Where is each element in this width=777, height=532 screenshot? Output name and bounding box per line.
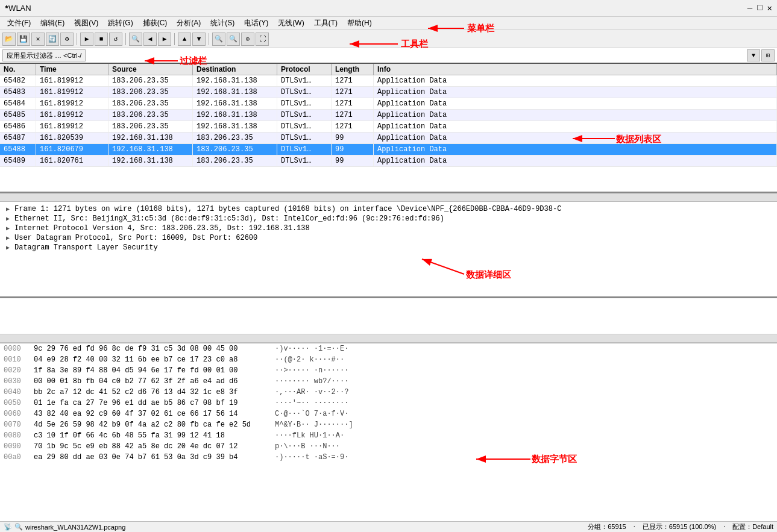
filter-label: 应用显示过滤器 … <Ctrl-/ <box>2 49 86 61</box>
menu-item-tools[interactable]: 工具(T) <box>309 17 342 30</box>
packet-list-area[interactable]: No. Time Source Destination Protocol Len… <box>0 64 777 193</box>
packet-cell-info: Application Data <box>374 110 777 120</box>
detail-expand-icon[interactable]: ▶ <box>4 214 12 223</box>
menu-item-view[interactable]: 视图(V) <box>69 17 103 30</box>
hex-bytes: bb 2c a7 12 dc 41 52 c2 d6 76 13 d4 32 1… <box>34 387 263 397</box>
menu-item-help[interactable]: 帮助(H) <box>342 17 377 30</box>
empty-area <box>0 298 777 334</box>
packet-cell-info: Application Data <box>374 121 777 132</box>
packet-row[interactable]: 65486161.819912183.206.23.35192.168.31.1… <box>0 121 777 133</box>
hex-bytes: 00 00 01 8b fb 04 c0 b2 77 62 3f 2f a6 e… <box>34 377 263 386</box>
minimize-button[interactable]: — <box>747 3 752 13</box>
hex-ascii: p·\···B ···N··· <box>275 442 340 451</box>
hex-row: 009070 1b 9c 5c e9 eb 88 42 a5 8e dc 20 … <box>0 441 777 452</box>
toolbar-reload-button[interactable]: 🔄 <box>46 33 59 46</box>
toolbar-filter-button[interactable]: 🔍 <box>129 33 142 46</box>
status-left: 📡 🔍 wireshark_WLAN31A2W1.pcapng <box>4 523 125 531</box>
hex-bytes: 70 1b 9c 5c e9 eb 88 42 a5 8e dc 20 4e d… <box>34 442 263 451</box>
packet-cell-proto: DTLSv1… <box>277 110 332 120</box>
detail-expand-icon[interactable]: ▶ <box>4 243 12 252</box>
packet-cell-info: Application Data <box>374 144 777 155</box>
detail-row[interactable]: ▶Ethernet II, Src: BeijingX_31:c5:3d (8c… <box>0 214 777 224</box>
packet-row[interactable]: 65484161.819912183.206.23.35192.168.31.1… <box>0 98 777 110</box>
packet-list-header: No. Time Source Destination Protocol Len… <box>0 64 777 75</box>
packet-cell-no: 65483 <box>0 87 36 98</box>
toolbar-open-button[interactable]: 📂 <box>2 33 16 46</box>
hex-row: 00704d 5e 26 59 98 42 b9 0f 4a a2 c2 80 … <box>0 419 777 430</box>
status-profile: 配置：Default <box>732 522 773 531</box>
menu-item-telephony[interactable]: 电话(Y) <box>239 17 273 30</box>
menu-item-capture[interactable]: 捕获(C) <box>138 17 172 30</box>
packet-row[interactable]: 65488161.820679192.168.31.138183.206.23.… <box>0 144 777 155</box>
filter-dropdown-button[interactable]: ▼ <box>747 49 760 61</box>
packet-cell-info: Application Data <box>374 133 777 143</box>
detail-text: Frame 1: 1271 bytes on wire (10168 bits)… <box>14 205 561 213</box>
detail-expand-icon[interactable]: ▶ <box>4 224 12 233</box>
packet-row[interactable]: 65489161.820761192.168.31.138183.206.23.… <box>0 155 777 167</box>
toolbar-down-button[interactable]: ▼ <box>192 33 206 46</box>
toolbar-fullscreen-button[interactable]: ⛶ <box>256 33 269 46</box>
detail-row[interactable]: ▶Internet Protocol Version 4, Src: 183.2… <box>0 224 777 233</box>
detail-row[interactable]: ▶Datagram Transport Layer Security <box>0 243 777 252</box>
hscroll-detail[interactable] <box>0 334 777 343</box>
hex-offset: 0010 <box>4 355 28 365</box>
toolbar-forward-button[interactable]: ▶ <box>158 33 171 46</box>
toolbar-options-button[interactable]: ⚙ <box>60 33 74 46</box>
detail-row[interactable]: ▶Frame 1: 1271 bytes on wire (10168 bits… <box>0 204 777 214</box>
packet-row[interactable]: 65483161.819912183.206.23.35192.168.31.1… <box>0 87 777 98</box>
menu-item-go[interactable]: 跳转(G) <box>103 17 137 30</box>
menu-item-edit[interactable]: 编辑(E) <box>36 17 69 30</box>
detail-text: Datagram Transport Layer Security <box>14 243 158 252</box>
hex-ascii: ·)v····· ·1·=··E· <box>275 344 348 354</box>
packet-cell-len: 99 <box>332 155 374 166</box>
status-packets-total: 分组：65915 <box>588 522 626 531</box>
hex-row: 005001 1e fa ca 27 7e 96 e1 dd ae b5 86 … <box>0 398 777 408</box>
filter-input[interactable] <box>86 49 747 61</box>
toolbar-zoom-reset-button[interactable]: ⊙ <box>241 33 254 46</box>
maximize-button[interactable]: □ <box>757 3 762 13</box>
packet-cell-src: 192.168.31.138 <box>109 155 193 166</box>
detail-expand-icon[interactable]: ▶ <box>4 205 12 213</box>
hex-ascii: ··(@·2· k····#·· <box>275 355 344 365</box>
hex-row: 0040bb 2c a7 12 dc 41 52 c2 d6 76 13 d4 … <box>0 387 777 398</box>
close-button[interactable]: ✕ <box>767 3 772 13</box>
packet-row[interactable]: 65482161.819912183.206.23.35192.168.31.1… <box>0 75 777 87</box>
packet-cell-proto: DTLSv1… <box>277 75 332 86</box>
packet-cell-len: 1271 <box>332 98 374 109</box>
menu-item-statistics[interactable]: 统计(S) <box>206 17 239 30</box>
toolbar: 📂 💾 ✕ 🔄 ⚙ ▶ ■ ↺ 🔍 ◀ ▶ ▲ ▼ 🔍 🔍 ⊙ ⛶ <box>0 30 777 48</box>
toolbar-stop-button[interactable]: ■ <box>95 33 108 46</box>
hex-bytes: 01 1e fa ca 27 7e 96 e1 dd ae b5 86 c7 0… <box>34 398 263 408</box>
packet-cell-info: Application Data <box>374 98 777 109</box>
packet-cell-time: 161.819912 <box>36 75 109 86</box>
menu-item-analyze[interactable]: 分析(A) <box>172 17 206 30</box>
toolbar-close-button[interactable]: ✕ <box>31 33 45 46</box>
detail-expand-icon[interactable]: ▶ <box>4 234 12 242</box>
toolbar-up-button[interactable]: ▲ <box>178 33 191 46</box>
toolbar-back-button[interactable]: ◀ <box>143 33 157 46</box>
packet-detail-area[interactable]: ▶Frame 1: 1271 bytes on wire (10168 bits… <box>0 202 777 298</box>
packet-cell-len: 1271 <box>332 110 374 120</box>
toolbar-start-button[interactable]: ▶ <box>80 33 93 46</box>
menu-item-file[interactable]: 文件(F) <box>2 17 36 30</box>
hex-rows: 00009c 29 76 ed fd 96 8c de f9 31 c5 3d … <box>0 343 777 463</box>
toolbar-zoom-in-button[interactable]: 🔍 <box>212 33 225 46</box>
filter-expand-button[interactable]: ⊞ <box>761 49 775 61</box>
toolbar-restart-button[interactable]: ↺ <box>109 33 122 46</box>
hex-row: 001004 e9 28 f2 40 00 32 11 6b ee b7 ce … <box>0 354 777 365</box>
menu-item-wireless[interactable]: 无线(W) <box>273 17 309 30</box>
packet-cell-no: 65487 <box>0 133 36 143</box>
toolbar-separator-1 <box>77 33 77 45</box>
packet-cell-no: 65484 <box>0 98 36 109</box>
detail-row[interactable]: ▶User Datagram Protocol, Src Port: 16009… <box>0 233 777 243</box>
packet-row[interactable]: 65485161.819912183.206.23.35192.168.31.1… <box>0 110 777 121</box>
toolbar-zoom-out-button[interactable]: 🔍 <box>227 33 240 46</box>
hscroll-packet-list[interactable] <box>0 193 777 202</box>
packet-cell-len: 1271 <box>332 75 374 86</box>
detail-text: User Datagram Protocol, Src Port: 16009,… <box>14 234 257 242</box>
hex-area[interactable]: 00009c 29 76 ed fd 96 8c de f9 31 c5 3d … <box>0 343 777 521</box>
hex-offset: 0080 <box>4 431 28 440</box>
hex-bytes: 1f 8a 3e 89 f4 88 04 d5 94 6e 17 fe fd 0… <box>34 366 263 375</box>
toolbar-save-button[interactable]: 💾 <box>17 33 30 46</box>
packet-row[interactable]: 65487161.820539192.168.31.138183.206.23.… <box>0 133 777 144</box>
